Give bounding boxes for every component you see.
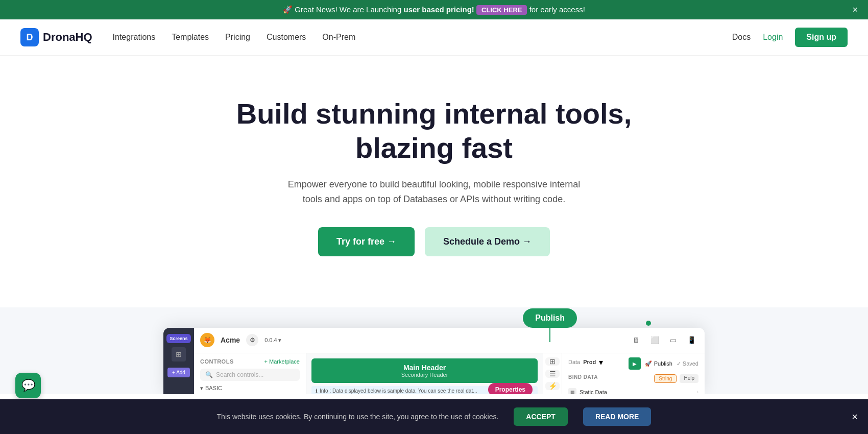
frame-canvas: Main Header Secondary Header ℹ Info : Da…: [306, 353, 543, 394]
add-screen-button[interactable]: + Add: [167, 368, 190, 377]
prod-label: Prod: [583, 359, 596, 365]
rocket-icon: 🚀: [645, 360, 652, 367]
bind-row-static[interactable]: ▦ Static Data ›: [568, 386, 698, 394]
properties-bubble[interactable]: Properties: [488, 383, 533, 394]
docs-link[interactable]: Docs: [732, 33, 751, 42]
nav-item-pricing[interactable]: Pricing: [225, 33, 250, 42]
marketplace-link[interactable]: + Marketplace: [264, 358, 300, 365]
main-header-text: Main Header: [320, 364, 529, 372]
nav-links: Integrations Templates Pricing Customers…: [113, 33, 732, 42]
check-icon: ✓: [677, 360, 681, 367]
chat-icon: 💬: [21, 379, 35, 392]
frame-left-sidebar: Screens ⊞ + Add: [163, 328, 194, 394]
help-badge[interactable]: Help: [680, 374, 698, 383]
play-button[interactable]: ▶: [629, 357, 641, 370]
screens-button[interactable]: Screens: [166, 334, 190, 343]
announcement-bar: 🚀 Great News! We are Launching user base…: [0, 0, 868, 19]
version-badge: 0.0.4 ▾: [264, 337, 281, 344]
app-preview-section: Publish Screens ⊞ + Add 🦊 Acme ⚙ 0.0.4 ▾: [0, 307, 868, 394]
logo-text: DronaHQ: [43, 31, 92, 44]
bind-data-section: BIND DATA String Help ▦ Static Data ›: [568, 374, 698, 394]
navbar: D DronaHQ Integrations Templates Pricing…: [0, 19, 868, 56]
nav-item-onprem[interactable]: On-Prem: [322, 33, 355, 42]
controls-panel: CONTROLS + Marketplace 🔍 Search controls…: [194, 353, 306, 394]
saved-status: ✓ Saved: [677, 360, 698, 367]
data-prod-row: Data Prod ▾: [568, 357, 603, 367]
tablet-landscape-icon[interactable]: ▭: [666, 333, 680, 347]
layers-icon[interactable]: ☰: [545, 370, 560, 378]
mobile-icon[interactable]: 📱: [684, 333, 698, 347]
right-side-icons: ⊞ ☰ ⚡: [543, 353, 562, 394]
schedule-demo-button[interactable]: Schedule a Demo →: [425, 227, 550, 256]
string-badge[interactable]: String: [654, 374, 677, 383]
hero-section: Build stunning internal tools,blazing fa…: [0, 56, 868, 307]
chevron-right-icon: ›: [697, 389, 698, 394]
app-logo: 🦊: [200, 333, 214, 347]
app-frame: Screens ⊞ + Add 🦊 Acme ⚙ 0.0.4 ▾ 🖥 ⬜ ▭ 📱: [163, 328, 705, 394]
signup-button[interactable]: Sign up: [795, 28, 848, 47]
frame-top-bar: 🦊 Acme ⚙ 0.0.4 ▾ 🖥 ⬜ ▭ 📱: [194, 328, 705, 353]
hero-title: Build stunning internal tools,blazing fa…: [230, 97, 638, 165]
preview-container: Publish Screens ⊞ + Add 🦊 Acme ⚙ 0.0.4 ▾: [128, 307, 740, 394]
controls-header: CONTROLS + Marketplace: [200, 358, 300, 365]
screens-icon: ⊞: [172, 347, 186, 361]
announcement-close-button[interactable]: ×: [852, 5, 858, 14]
static-data-icon: ▦: [568, 388, 576, 394]
hero-subtitle: Empower everyone to build beautiful look…: [281, 177, 587, 207]
search-controls[interactable]: 🔍 Search controls...: [200, 369, 300, 381]
chat-bubble[interactable]: 💬: [15, 373, 41, 394]
logo-link[interactable]: D DronaHQ: [20, 28, 92, 46]
right-panel-header: Data Prod ▾ ▶ 🚀 Publish ✓ Saved: [568, 357, 698, 370]
main-header-block: Main Header Secondary Header: [311, 358, 538, 383]
app-name: Acme: [221, 336, 240, 344]
device-icons: 🖥 ⬜ ▭ 📱: [629, 333, 698, 347]
lightning-icon[interactable]: ⚡: [545, 382, 560, 390]
dropdown-arrow: ▾: [599, 357, 603, 367]
try-free-button[interactable]: Try for free →: [318, 227, 415, 256]
bind-data-label: BIND DATA: [568, 374, 598, 380]
nav-item-customers[interactable]: Customers: [267, 33, 306, 42]
data-label: Data: [568, 359, 580, 365]
publish-button-sm[interactable]: 🚀 Publish: [645, 360, 672, 367]
right-panel: Data Prod ▾ ▶ 🚀 Publish ✓ Saved: [562, 353, 705, 394]
announcement-text: 🚀 Great News! We are Launching user base…: [283, 5, 585, 14]
search-icon: 🔍: [205, 371, 213, 378]
controls-label: CONTROLS: [200, 358, 234, 365]
nav-item-templates[interactable]: Templates: [172, 33, 209, 42]
nav-right: Docs Login Sign up: [732, 28, 848, 47]
nav-item-integrations[interactable]: Integrations: [113, 33, 156, 42]
secondary-header-text: Secondary Header: [320, 372, 529, 378]
logo-icon: D: [20, 28, 39, 46]
click-here-badge[interactable]: CLICK HERE: [476, 5, 527, 15]
desktop-icon[interactable]: 🖥: [629, 333, 643, 347]
tablet-icon[interactable]: ⬜: [647, 333, 662, 347]
gear-icon[interactable]: ⚙: [246, 334, 258, 346]
publish-bubble[interactable]: Publish: [523, 308, 577, 328]
hero-buttons: Try for free → Schedule a Demo →: [10, 227, 858, 256]
publish-bubble-dot: [646, 321, 651, 326]
basic-section-label: ▾ BASIC: [200, 385, 300, 392]
info-icon: ℹ: [316, 388, 318, 394]
login-button[interactable]: Login: [763, 33, 783, 42]
layout-icon[interactable]: ⊞: [545, 357, 560, 366]
